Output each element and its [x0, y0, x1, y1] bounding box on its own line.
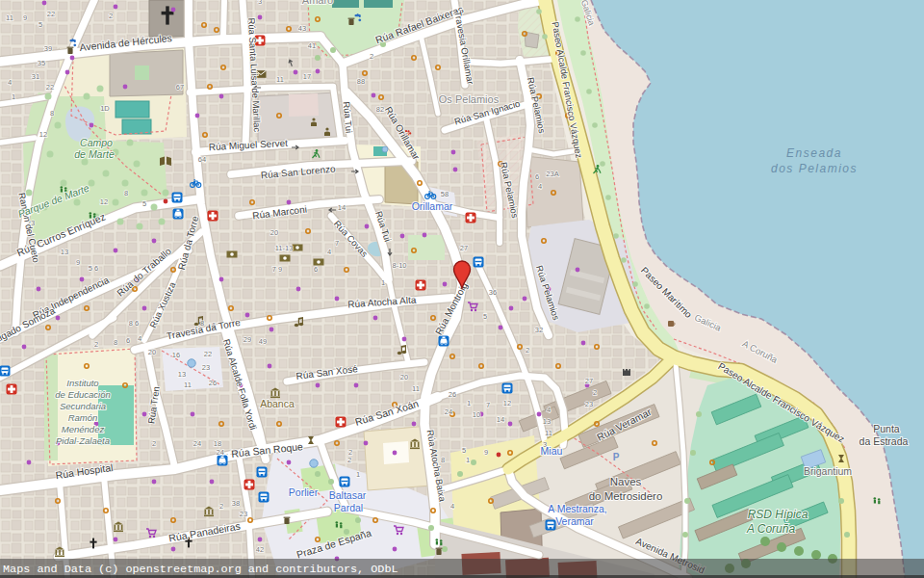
svg-text:16: 16 — [172, 351, 180, 359]
svg-text:20: 20 — [270, 228, 278, 237]
svg-text:1: 1 — [381, 278, 385, 287]
svg-text:do Metrosidero: do Metrosidero — [589, 490, 663, 502]
svg-text:8: 8 — [124, 189, 128, 197]
svg-text:13: 13 — [61, 248, 68, 256]
svg-text:11: 11 — [184, 381, 192, 389]
svg-text:Menéndez: Menéndez — [62, 424, 105, 434]
svg-text:11: 11 — [6, 13, 13, 22]
svg-text:2: 2 — [109, 12, 113, 20]
svg-text:Naves: Naves — [610, 476, 642, 487]
svg-text:67: 67 — [176, 83, 184, 92]
svg-text:RSD Hípica: RSD Hípica — [748, 508, 808, 521]
svg-text:2: 2 — [593, 388, 597, 397]
svg-text:20: 20 — [400, 373, 408, 381]
svg-text:Amaro: Amaro — [302, 0, 333, 6]
svg-text:Enseada: Enseada — [786, 146, 842, 160]
svg-text:11: 11 — [276, 75, 284, 84]
svg-text:4: 4 — [547, 406, 551, 414]
svg-text:9: 9 — [23, 13, 27, 22]
svg-text:32: 32 — [535, 326, 543, 334]
svg-text:12: 12 — [39, 130, 47, 139]
svg-text:26: 26 — [209, 379, 217, 387]
svg-text:Maps and Data (c) openstreetma: Maps and Data (c) openstreetmap.org and … — [3, 563, 398, 576]
svg-text:4: 4 — [138, 334, 141, 343]
svg-text:41: 41 — [308, 41, 316, 50]
svg-text:Abanca: Abanca — [260, 398, 295, 409]
svg-text:7 9: 7 9 — [272, 265, 282, 274]
svg-text:20: 20 — [148, 348, 156, 356]
svg-text:29: 29 — [244, 335, 251, 344]
svg-text:6: 6 — [535, 172, 539, 181]
svg-text:Instituto: Instituto — [66, 378, 98, 388]
svg-text:2: 2 — [94, 340, 98, 349]
svg-text:5: 5 — [38, 20, 42, 29]
svg-text:A Coruña: A Coruña — [746, 522, 796, 536]
svg-text:da Estrada: da Estrada — [860, 435, 909, 447]
svg-text:22: 22 — [204, 350, 212, 358]
svg-text:26: 26 — [449, 390, 456, 399]
svg-text:Miau: Miau — [541, 445, 563, 457]
svg-text:31: 31 — [32, 72, 39, 81]
svg-text:Orillamar: Orillamar — [412, 200, 453, 212]
svg-text:P: P — [613, 452, 620, 462]
svg-text:Punta: Punta — [873, 423, 900, 434]
svg-text:24: 24 — [193, 439, 201, 448]
svg-text:7: 7 — [486, 401, 490, 409]
svg-text:4: 4 — [327, 248, 331, 256]
svg-text:Porlier: Porlier — [289, 486, 319, 498]
svg-text:38: 38 — [232, 499, 240, 508]
svg-text:2: 2 — [347, 456, 351, 464]
svg-text:1: 1 — [12, 92, 15, 101]
svg-text:Baltasar: Baltasar — [329, 489, 367, 501]
svg-text:dos Pelamios: dos Pelamios — [771, 162, 858, 175]
svg-text:Brigantium: Brigantium — [804, 465, 852, 477]
svg-text:1: 1 — [467, 399, 471, 407]
svg-text:2: 2 — [370, 52, 373, 61]
svg-text:2: 2 — [152, 439, 156, 448]
svg-text:27: 27 — [585, 377, 593, 385]
svg-text:Campo: Campo — [80, 137, 113, 148]
svg-text:12: 12 — [100, 197, 108, 206]
svg-text:23A: 23A — [546, 170, 558, 178]
svg-text:Secundaria: Secundaria — [60, 401, 106, 411]
svg-text:5: 5 — [462, 446, 466, 455]
svg-text:58: 58 — [441, 190, 449, 198]
svg-text:Pidal-Zalaeta: Pidal-Zalaeta — [56, 435, 110, 446]
svg-text:39: 39 — [44, 44, 52, 53]
svg-text:17: 17 — [303, 72, 311, 81]
svg-text:10: 10 — [473, 410, 480, 419]
svg-text:23: 23 — [585, 400, 593, 408]
svg-text:14: 14 — [497, 415, 504, 424]
svg-text:13: 13 — [543, 417, 551, 426]
svg-text:de Educación: de Educación — [55, 389, 111, 400]
svg-text:A Mestranza,: A Mestranza, — [548, 503, 606, 514]
svg-text:64: 64 — [198, 155, 206, 164]
svg-text:9: 9 — [76, 258, 80, 267]
svg-text:3: 3 — [258, 0, 262, 6]
svg-text:8: 8 — [50, 109, 54, 118]
svg-text:1D: 1D — [100, 104, 110, 113]
svg-text:23: 23 — [240, 510, 247, 518]
svg-text:11: 11 — [412, 384, 420, 393]
svg-text:de Marte: de Marte — [74, 148, 115, 160]
svg-text:12: 12 — [503, 399, 511, 407]
svg-text:5: 5 — [142, 199, 146, 208]
svg-text:43: 43 — [298, 24, 306, 33]
svg-text:35: 35 — [38, 59, 45, 67]
svg-text:4: 4 — [8, 78, 12, 87]
svg-text:27: 27 — [460, 244, 468, 252]
svg-text:23: 23 — [202, 363, 210, 372]
svg-text:6: 6 — [314, 265, 318, 274]
svg-text:Pardal: Pardal — [334, 502, 363, 513]
svg-text:88: 88 — [357, 77, 365, 86]
svg-text:9: 9 — [484, 448, 488, 457]
svg-text:4: 4 — [450, 502, 454, 511]
svg-text:8-10: 8-10 — [392, 261, 406, 270]
svg-text:13: 13 — [178, 370, 186, 379]
svg-text:18: 18 — [214, 439, 221, 448]
svg-text:8 6: 8 6 — [129, 319, 139, 328]
svg-text:7: 7 — [335, 239, 339, 248]
svg-text:11: 11 — [545, 429, 552, 437]
svg-text:24: 24 — [445, 407, 452, 416]
svg-text:1: 1 — [356, 470, 360, 479]
